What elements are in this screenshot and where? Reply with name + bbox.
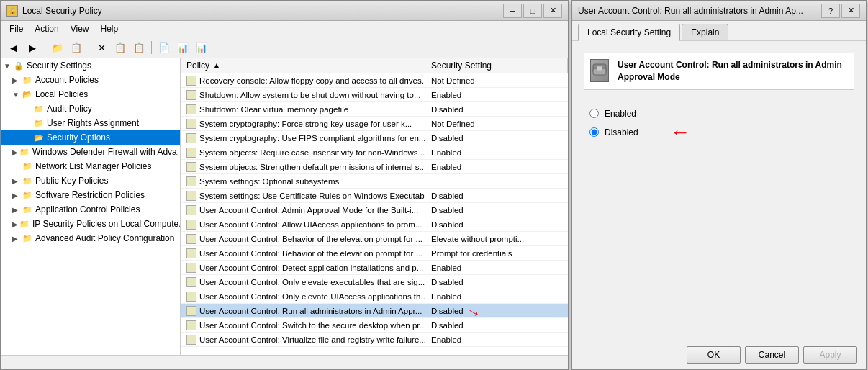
policy-icon-17 (186, 320, 196, 330)
policy-cell-15: User Account Control: Only elevate UIAcc… (181, 291, 425, 302)
radio-option-enabled[interactable]: Enabled (584, 104, 854, 123)
radio-disabled-input[interactable] (589, 127, 599, 137)
tree-item-audit-policy[interactable]: 📁 Audit Policy (1, 101, 180, 116)
policy-cell-16: User Account Control: Run all administra… (181, 305, 425, 317)
chart-button-2[interactable]: 📊 (193, 40, 210, 55)
list-item[interactable]: System cryptography: Use FIPS compliant … (181, 131, 568, 145)
list-button[interactable]: 📋 (68, 40, 85, 55)
policy-icon-12 (186, 248, 196, 258)
tree-item-advanced-audit[interactable]: ▶ 📁 Advanced Audit Policy Configuration (1, 231, 180, 245)
expand-icon-security-settings: ▼ (4, 62, 12, 70)
list-panel: Policy ▲ Security Setting Recovery conso… (181, 58, 568, 355)
label-local-policies: Local Policies (35, 89, 88, 99)
radio-option-disabled[interactable]: Disabled (584, 123, 854, 142)
uac-close-button[interactable]: ✕ (841, 4, 860, 18)
list-item[interactable]: User Account Control: Detect application… (181, 261, 568, 275)
window-controls: ─ □ ✕ (503, 4, 562, 18)
policy-icon-9 (186, 205, 196, 215)
setting-cell-18: Enabled (425, 335, 568, 345)
list-item[interactable]: User Account Control: Behavior of the el… (181, 246, 568, 261)
forward-button[interactable]: ▶ (24, 40, 41, 55)
expand-icon-security-options (24, 134, 32, 142)
tree-item-security-options[interactable]: 📂 Security Options (1, 130, 180, 145)
menu-view[interactable]: View (65, 22, 95, 35)
setting-cell-10: Disabled (425, 220, 568, 230)
list-item[interactable]: Shutdown: Allow system to be shut down w… (181, 88, 568, 102)
setting-cell-7 (425, 181, 568, 182)
menu-action[interactable]: Action (29, 22, 64, 35)
list-item[interactable]: System cryptography: Force strong key us… (181, 117, 568, 131)
ok-button[interactable]: OK (687, 346, 741, 364)
delete-button[interactable]: ✕ (93, 40, 110, 55)
list-item[interactable]: User Account Control: Only elevate execu… (181, 275, 568, 289)
tree-item-local-policies[interactable]: ▼ 📂 Local Policies (1, 87, 180, 101)
expand-icon-audit-policy (24, 105, 32, 113)
list-item[interactable]: System settings: Use Certificate Rules o… (181, 189, 568, 203)
list-item[interactable]: User Account Control: Virtualize file an… (181, 333, 568, 347)
sidebar-tree: ▼ 🔒 Security Settings ▶ 📁 Account Polici… (1, 58, 181, 355)
list-item[interactable]: System settings: Optional subsystems (181, 174, 568, 189)
list-item[interactable]: System objects: Require case insensitivi… (181, 145, 568, 160)
folder-icon-software-restriction: 📁 (22, 191, 32, 200)
properties-button[interactable]: 📋 (112, 40, 129, 55)
apply-button[interactable]: Apply (803, 346, 857, 364)
folder-icon-app-control: 📁 (22, 205, 32, 215)
expand-icon-advanced-audit: ▶ (12, 235, 21, 243)
uac-help-button[interactable]: ? (821, 4, 840, 18)
list-item[interactable]: User Account Control: Switch to the secu… (181, 318, 568, 333)
list-item[interactable]: User Account Control: Only elevate UIAcc… (181, 289, 568, 304)
tree-item-security-settings[interactable]: ▼ 🔒 Security Settings (1, 58, 180, 73)
copy-button[interactable]: 📋 (130, 40, 148, 55)
radio-enabled-input[interactable] (589, 109, 599, 118)
policy-cell-7: System settings: Optional subsystems (181, 176, 425, 187)
tree-item-network-list[interactable]: 📁 Network List Manager Policies (1, 159, 180, 173)
folder-up-button[interactable]: 📁 (49, 40, 66, 55)
list-item[interactable]: User Account Control: Allow UIAccess app… (181, 217, 568, 232)
policy-cell-11: User Account Control: Behavior of the el… (181, 233, 425, 245)
tree-item-app-control[interactable]: ▶ 📁 Application Control Policies (1, 202, 180, 217)
tab-explain[interactable]: Explain (682, 24, 728, 40)
label-network-list: Network List Manager Policies (35, 161, 151, 171)
folder-icon-user-rights: 📁 (34, 119, 44, 128)
policy-cell-4: System cryptography: Use FIPS compliant … (181, 132, 425, 144)
tree-item-windows-defender[interactable]: ▶ 📁 Windows Defender Firewall with Adva.… (1, 145, 180, 159)
close-button[interactable]: ✕ (543, 4, 562, 18)
policy-cell-0: Recovery console: Allow floppy copy and … (181, 75, 425, 86)
list-item[interactable]: Recovery console: Allow floppy copy and … (181, 73, 568, 88)
back-button[interactable]: ◀ (5, 40, 22, 55)
expand-icon-windows-defender: ▶ (12, 148, 18, 156)
tree-item-user-rights[interactable]: 📁 User Rights Assignment (1, 116, 180, 130)
menu-help[interactable]: Help (95, 22, 125, 35)
list-item[interactable]: User Account Control: Behavior of the el… (181, 232, 568, 246)
label-audit-policy: Audit Policy (47, 104, 92, 114)
folder-icon-ip-security: 📁 (19, 220, 30, 229)
list-item[interactable]: Shutdown: Clear virtual memory pagefile … (181, 102, 568, 117)
tree-item-ip-security[interactable]: ▶ 📁 IP Security Policies on Local Comput… (1, 217, 180, 231)
folder-icon-security-settings: 🔒 (14, 61, 24, 71)
policy-icon-4 (186, 133, 196, 143)
chart-button-1[interactable]: 📊 (174, 40, 191, 55)
minimize-button[interactable]: ─ (503, 4, 522, 18)
tree-item-account-policies[interactable]: ▶ 📁 Account Policies (1, 73, 180, 87)
setting-cell-15: Enabled (425, 292, 568, 302)
list-item-highlighted[interactable]: User Account Control: Run all administra… (181, 304, 568, 318)
column-header-policy[interactable]: Policy ▲ (181, 58, 425, 73)
column-header-setting[interactable]: Security Setting (425, 58, 568, 73)
list-item[interactable]: System objects: Strengthen default permi… (181, 160, 568, 174)
list-header: Policy ▲ Security Setting (181, 58, 568, 73)
tree-item-software-restriction[interactable]: ▶ 📁 Software Restriction Policies (1, 188, 180, 202)
cancel-button[interactable]: Cancel (745, 346, 799, 364)
policy-icon-5 (186, 148, 196, 158)
menu-file[interactable]: File (4, 22, 29, 35)
list-item[interactable]: User Account Control: Admin Approval Mod… (181, 203, 568, 217)
main-content: ▼ 🔒 Security Settings ▶ 📁 Account Polici… (1, 58, 568, 355)
tab-local-security-setting[interactable]: Local Security Setting (578, 24, 680, 41)
dialog-content: User Account Control: Run all administra… (572, 41, 866, 340)
maximize-button[interactable]: □ (523, 4, 542, 18)
window-title: Local Security Policy (22, 6, 102, 16)
uac-title-text: User Account Control: Run all administra… (578, 6, 821, 16)
tree-item-public-key[interactable]: ▶ 📁 Public Key Policies (1, 173, 180, 188)
export-button[interactable]: 📄 (155, 40, 173, 55)
setting-cell-4: Disabled (425, 133, 568, 143)
svg-rect-2 (597, 66, 602, 71)
